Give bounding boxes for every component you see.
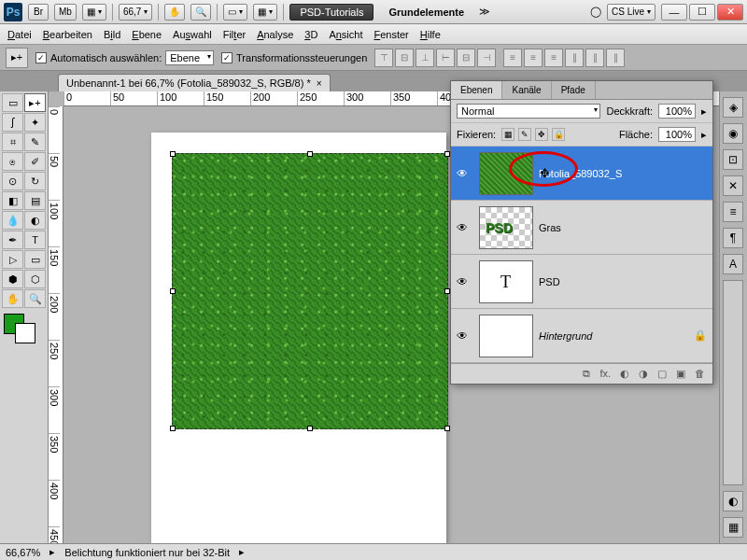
menu-filter[interactable]: Filter <box>223 29 246 40</box>
layer-name[interactable]: Hintergrund <box>539 330 694 342</box>
minimize-button[interactable]: — <box>661 4 687 21</box>
workspace-grundelemente[interactable]: Grundelemente <box>379 5 473 20</box>
stamp-tool[interactable]: ⊙ <box>2 172 23 190</box>
zoom-tool-button[interactable]: 🔍 <box>190 4 211 21</box>
dock-styles-icon[interactable]: ▦ <box>723 517 743 538</box>
crop-tool[interactable]: ⌗ <box>2 133 23 151</box>
transform-handle[interactable] <box>170 288 176 294</box>
menu-bearbeiten[interactable]: Bearbeiten <box>43 29 92 40</box>
dock-char-icon[interactable]: A <box>723 254 743 274</box>
zoom-tool[interactable]: 🔍 <box>24 289 46 308</box>
menu-analyse[interactable]: Analyse <box>257 29 293 40</box>
auto-select-checkbox[interactable]: ✓ <box>35 52 47 63</box>
cslive-dropdown[interactable]: CS Live <box>607 4 655 21</box>
transform-controls-checkbox[interactable]: ✓ <box>221 52 233 63</box>
layer-row[interactable]: 👁 Fotolia_589032_S <box>451 147 712 201</box>
hand-tool-button[interactable]: ✋ <box>164 4 185 21</box>
close-button[interactable]: ✕ <box>717 4 743 21</box>
delete-layer-icon[interactable]: 🗑 <box>695 368 705 380</box>
lock-transparent-icon[interactable]: ▦ <box>501 128 514 141</box>
workspace-psd-tutorials[interactable]: PSD-Tutorials <box>289 4 374 21</box>
hand-tool[interactable]: ✋ <box>2 289 23 308</box>
workspace-more-icon[interactable]: ≫ <box>479 6 490 18</box>
layer-thumbnail[interactable] <box>479 152 533 195</box>
dist-top-icon[interactable]: ≡ <box>503 49 522 67</box>
transform-handle[interactable] <box>444 426 450 431</box>
adjustment-layer-icon[interactable]: ◑ <box>639 368 648 380</box>
menu-3d[interactable]: 3D <box>304 29 317 40</box>
3d-tool[interactable]: ⬢ <box>2 270 23 288</box>
fill-slider-icon[interactable]: ▸ <box>701 129 707 141</box>
dock-layers-icon[interactable]: ◈ <box>723 97 743 118</box>
layer-fx-icon[interactable]: fx. <box>599 368 611 380</box>
dist-left-icon[interactable]: ∥ <box>565 49 584 67</box>
align-right-icon[interactable]: ⊣ <box>477 49 496 67</box>
visibility-toggle[interactable]: 👁 <box>451 167 473 180</box>
maximize-button[interactable]: ☐ <box>689 4 715 21</box>
view-extras-button[interactable]: ▦ <box>82 4 106 21</box>
menu-fenster[interactable]: Fenster <box>374 29 408 40</box>
document-tab[interactable]: Unbenannt-1 bei 66,7% (Fotolia_589032_S,… <box>58 74 331 91</box>
move-tool-icon[interactable]: ▸+ <box>6 48 28 68</box>
dist-hcenter-icon[interactable]: ∥ <box>585 49 604 67</box>
arrange-button[interactable]: ▦ <box>253 4 277 21</box>
type-tool[interactable]: T <box>24 231 46 249</box>
layer-row[interactable]: 👁 PSD <box>451 255 712 309</box>
layer-thumbnail[interactable] <box>479 315 533 357</box>
eraser-tool[interactable]: ◧ <box>2 191 23 210</box>
close-tab-icon[interactable]: × <box>317 78 322 89</box>
zoom-level-dropdown[interactable]: 66,7 <box>119 4 152 21</box>
background-swatch[interactable] <box>15 323 35 343</box>
gradient-tool[interactable]: ▤ <box>24 191 46 210</box>
visibility-toggle[interactable]: 👁 <box>451 275 473 288</box>
tab-ebenen[interactable]: Ebenen <box>451 81 502 99</box>
link-layers-icon[interactable]: ⧉ <box>583 368 590 380</box>
align-left-icon[interactable]: ⊢ <box>436 49 455 67</box>
transform-handle[interactable] <box>307 426 313 431</box>
auto-select-target[interactable]: Ebene <box>165 50 214 65</box>
opacity-input[interactable]: 100% <box>658 104 696 119</box>
layer-name[interactable]: Gras <box>539 222 712 233</box>
grass-layer-image[interactable] <box>172 153 448 429</box>
status-zoom[interactable]: 66,67% <box>6 547 40 558</box>
vertical-ruler[interactable]: 050100150200250300350400450 <box>49 106 63 543</box>
minibridge-button[interactable]: Mb <box>54 4 77 21</box>
cslive-icon[interactable]: ◯ <box>590 6 601 18</box>
menu-bild[interactable]: Bild <box>104 29 120 40</box>
layer-thumbnail[interactable] <box>479 260 533 303</box>
tab-kanaele[interactable]: Kanäle <box>502 81 551 99</box>
layer-name[interactable]: Fotolia_589032_S <box>539 168 712 179</box>
screen-mode-button[interactable]: ▭ <box>223 4 247 21</box>
color-swatches[interactable] <box>2 314 46 351</box>
opacity-slider-icon[interactable]: ▸ <box>701 105 707 118</box>
dock-history-icon[interactable]: ≡ <box>723 202 743 222</box>
3d-camera-tool[interactable]: ⬡ <box>24 270 46 288</box>
dock-paragraph-icon[interactable]: ¶ <box>723 228 743 248</box>
tab-pfade[interactable]: Pfade <box>552 81 596 99</box>
marquee-tool[interactable]: ▭ <box>2 93 23 112</box>
menu-datei[interactable]: Datei <box>7 29 32 40</box>
wand-tool[interactable]: ✦ <box>24 113 46 132</box>
align-bottom-icon[interactable]: ⊥ <box>416 49 434 67</box>
dock-adjust-icon[interactable]: ⊡ <box>723 149 743 170</box>
layer-thumbnail[interactable] <box>479 206 533 249</box>
history-brush-tool[interactable]: ↻ <box>24 172 46 190</box>
layer-mask-icon[interactable]: ◐ <box>620 368 629 380</box>
menu-auswahl[interactable]: Auswahl <box>173 29 212 40</box>
align-vcenter-icon[interactable]: ⊟ <box>395 49 414 67</box>
new-layer-icon[interactable]: ▣ <box>676 368 685 380</box>
dock-swatches-icon[interactable]: ◐ <box>723 491 743 511</box>
dock-color-icon[interactable]: ◉ <box>723 123 743 144</box>
blend-mode-select[interactable]: Normal <box>457 104 600 119</box>
lock-position-icon[interactable]: ✥ <box>535 128 548 141</box>
layer-row[interactable]: 👁 Hintergrund 🔒 <box>451 309 712 363</box>
layer-group-icon[interactable]: ▢ <box>657 368 667 380</box>
layer-name[interactable]: PSD <box>539 276 712 287</box>
blur-tool[interactable]: 💧 <box>2 211 23 230</box>
dist-right-icon[interactable]: ∥ <box>606 49 625 67</box>
bridge-button[interactable]: Br <box>28 4 49 21</box>
dodge-tool[interactable]: ◐ <box>24 211 46 230</box>
heal-tool[interactable]: ⍟ <box>2 152 23 171</box>
lasso-tool[interactable]: ʃ <box>2 113 23 132</box>
path-select-tool[interactable]: ▷ <box>2 250 23 269</box>
